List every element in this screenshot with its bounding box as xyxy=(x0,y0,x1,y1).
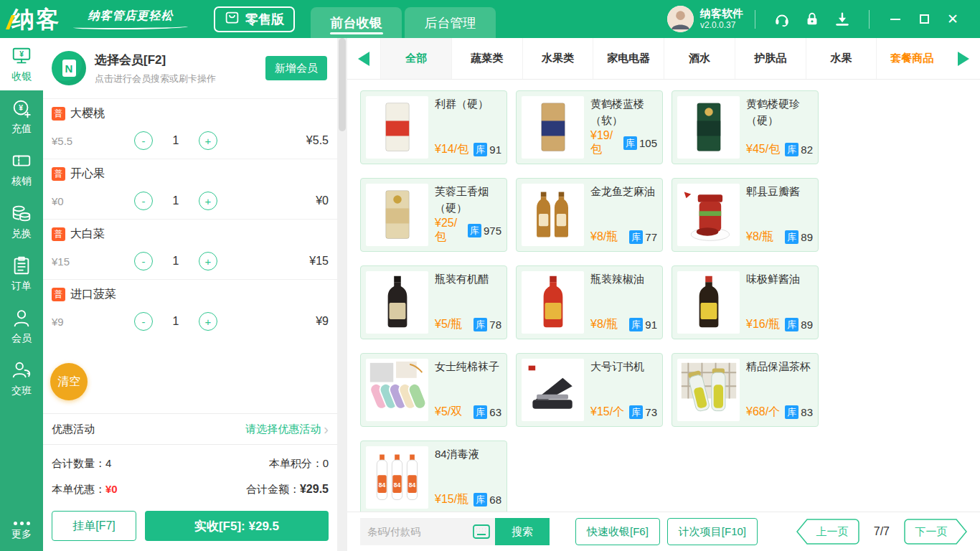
product-image xyxy=(522,184,584,246)
tab-front-cashier[interactable]: 前台收银 xyxy=(311,7,402,38)
prev-page-button[interactable]: 上一页 xyxy=(795,518,861,545)
qty-minus-button[interactable]: - xyxy=(134,312,153,331)
count-item-button[interactable]: 计次项目[F10] xyxy=(667,518,758,545)
item-unit-price: ¥9 xyxy=(52,316,134,328)
product-card[interactable]: 芙蓉王香烟（硬） ¥25/包 库 975 xyxy=(360,178,507,252)
product-price: ¥5/双 xyxy=(435,405,462,420)
stock-count: 63 xyxy=(489,406,501,418)
scrollbar-thumb[interactable] xyxy=(339,38,346,131)
product-card[interactable]: 郫县豆瓣酱 ¥8/瓶 库 89 xyxy=(672,178,819,252)
product-name: 84消毒液 xyxy=(435,446,501,463)
category-tab-水果[interactable]: 水果 xyxy=(806,38,877,79)
product-card[interactable]: 金龙鱼芝麻油 ¥8/瓶 库 77 xyxy=(516,178,663,252)
qty-plus-button[interactable]: + xyxy=(199,131,217,150)
promo-row: 优惠活动 请选择优惠活动 › xyxy=(43,413,337,445)
stock-count: 91 xyxy=(489,143,501,156)
category-tab-水果类[interactable]: 水果类 xyxy=(522,38,593,79)
category-tab-护肤品[interactable]: 护肤品 xyxy=(735,38,806,79)
product-card[interactable]: 精品保温茶杯 ¥68/个 库 83 xyxy=(672,353,819,427)
chevron-right-icon: › xyxy=(324,422,329,436)
product-name: 芙蓉王香烟（硬） xyxy=(435,184,501,216)
stock-badge: 库 xyxy=(629,230,643,244)
category-tab-套餐商品[interactable]: 套餐商品 xyxy=(876,38,947,79)
product-card[interactable]: 848484 84消毒液 ¥15/瓶 库 68 xyxy=(360,441,507,512)
product-card[interactable]: 女士纯棉袜子 ¥5/双 库 63 xyxy=(360,353,507,427)
sidebar-item-members[interactable]: 会员 xyxy=(0,300,43,352)
product-card[interactable]: 大号订书机 ¥15/个 库 73 xyxy=(516,353,663,427)
product-card[interactable]: 利群（硬） ¥14/包 库 91 xyxy=(360,90,507,164)
item-total: ¥5.5 xyxy=(306,134,329,147)
product-grid: 利群（硬） ¥14/包 库 91 黄鹤楼蓝楼（软） ¥19/包 库 105 xyxy=(347,80,980,512)
cart-panel: N 选择会员[F2] 点击进行会员搜索或刷卡操作 新增会员 普 大樱桃 ¥5.5… xyxy=(43,38,337,551)
product-price: ¥8/瓶 xyxy=(746,230,773,245)
recharge-icon: ¥ xyxy=(11,98,32,119)
product-image: 848484 xyxy=(366,446,428,509)
select-member-area[interactable]: N 选择会员[F2] 点击进行会员搜索或刷卡操作 新增会员 xyxy=(43,38,337,98)
item-type-badge: 普 xyxy=(52,288,65,301)
headset-icon[interactable] xyxy=(774,11,790,27)
item-total: ¥15 xyxy=(309,255,329,268)
sidebar-item-cashier[interactable]: ¥ 收银 xyxy=(0,38,43,90)
cart-item: 普 大樱桃 ¥5.5 - 1 + ¥5.5 xyxy=(43,98,337,159)
product-image xyxy=(677,271,740,334)
product-card[interactable]: 黄鹤楼硬珍（硬） ¥45/包 库 82 xyxy=(672,90,819,164)
close-button[interactable]: ✕ xyxy=(946,13,959,26)
qty-minus-button[interactable]: - xyxy=(134,131,153,150)
category-tab-酒水[interactable]: 酒水 xyxy=(664,38,735,79)
item-unit-price: ¥5.5 xyxy=(52,135,134,147)
sidebar-item-orders[interactable]: 订单 xyxy=(0,248,43,300)
category-tab-蔬菜类[interactable]: 蔬菜类 xyxy=(451,38,522,79)
qty-plus-button[interactable]: + xyxy=(199,312,217,331)
quick-cashier-button[interactable]: 快速收银[F6] xyxy=(575,518,660,545)
sidebar-item-shift[interactable]: 交班 xyxy=(0,352,43,405)
maximize-button[interactable] xyxy=(918,13,930,26)
product-card[interactable]: 味极鲜酱油 ¥16/瓶 库 89 xyxy=(672,265,819,339)
product-name: 金龙鱼芝麻油 xyxy=(590,184,657,200)
product-price: ¥68/个 xyxy=(746,405,780,420)
search-button[interactable]: 搜索 xyxy=(495,518,550,545)
qty-plus-button[interactable]: + xyxy=(199,252,217,270)
app-version: v2.0.0.37 xyxy=(700,20,743,31)
avatar[interactable] xyxy=(667,6,694,32)
product-image xyxy=(366,184,428,246)
product-card[interactable]: 瓶装辣椒油 ¥8/瓶 库 91 xyxy=(516,265,663,339)
total-amount-label: 合计金额： xyxy=(246,483,300,495)
product-name: 瓶装辣椒油 xyxy=(590,271,657,288)
product-card[interactable]: 黄鹤楼蓝楼（软） ¥19/包 库 105 xyxy=(516,90,663,164)
total-qty-value: 4 xyxy=(105,457,111,469)
add-member-button[interactable]: 新增会员 xyxy=(265,56,327,80)
product-price: ¥19/包 xyxy=(590,129,623,157)
clear-cart-button[interactable]: 清空 xyxy=(50,363,88,400)
product-image xyxy=(677,96,740,159)
panel-scrollbar xyxy=(337,38,347,551)
promo-select-link[interactable]: 请选择优惠活动 xyxy=(245,423,321,436)
tab-back-manage[interactable]: 后台管理 xyxy=(405,7,496,38)
download-icon[interactable] xyxy=(834,11,850,27)
next-page-button[interactable]: 下一页 xyxy=(903,518,969,545)
sidebar-item-exchange[interactable]: 兑换 xyxy=(0,195,43,248)
edition-button[interactable]: 零售版 xyxy=(214,6,295,32)
category-tab-全部[interactable]: 全部 xyxy=(380,38,451,79)
product-card[interactable]: 瓶装有机醋 ¥5/瓶 库 78 xyxy=(360,265,507,339)
product-image xyxy=(522,359,584,421)
lock-icon[interactable] xyxy=(804,11,820,27)
divider xyxy=(755,10,755,29)
qty-minus-button[interactable]: - xyxy=(134,252,153,270)
keyboard-icon[interactable] xyxy=(473,524,490,539)
sidebar-item-verify[interactable]: 核销 xyxy=(0,143,43,195)
product-name: 女士纯棉袜子 xyxy=(435,359,501,375)
item-qty: 1 xyxy=(153,315,199,328)
qty-minus-button[interactable]: - xyxy=(134,192,153,210)
product-name: 味极鲜酱油 xyxy=(746,271,813,288)
sidebar-item-more[interactable]: 更多 xyxy=(0,516,43,547)
minimize-button[interactable] xyxy=(889,13,902,26)
app-logo: 纳客 xyxy=(11,8,60,31)
pay-button[interactable]: 实收[F5]: ¥29.5 xyxy=(145,511,329,541)
svg-text:84: 84 xyxy=(408,481,415,489)
category-prev-arrow[interactable] xyxy=(347,38,380,79)
category-next-arrow[interactable] xyxy=(947,38,980,79)
qty-plus-button[interactable]: + xyxy=(199,192,217,210)
category-tab-家电电器[interactable]: 家电电器 xyxy=(593,38,664,79)
hold-order-button[interactable]: 挂单[F7] xyxy=(52,511,136,541)
sidebar-item-recharge[interactable]: ¥ 充值 xyxy=(0,90,43,143)
